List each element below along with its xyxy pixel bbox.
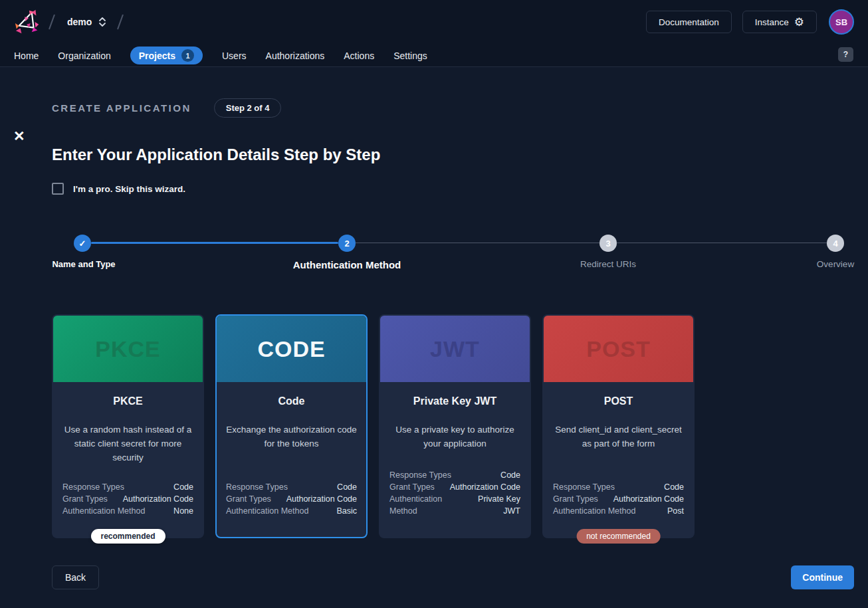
attribute-row: Response Types Code bbox=[389, 469, 520, 481]
check-icon: ✓ bbox=[79, 239, 86, 249]
card-body: Code Exchange the authorization code for… bbox=[217, 382, 366, 537]
card-title: Code bbox=[226, 395, 357, 407]
back-button[interactable]: Back bbox=[52, 565, 99, 589]
nav-item-users[interactable]: Users bbox=[222, 48, 247, 64]
attribute-value: Code bbox=[500, 469, 520, 481]
card-banner: JWT bbox=[380, 316, 530, 382]
attribute-label: Grant Types bbox=[389, 481, 435, 493]
step-label-redirect-uris: Redirect URIs bbox=[580, 259, 636, 269]
attribute-row: Authentication Method Private Key JWT bbox=[389, 493, 520, 517]
zitadel-logo-icon[interactable] bbox=[14, 8, 42, 36]
skip-wizard-label: I'm a pro. Skip this wizard. bbox=[73, 184, 185, 194]
close-icon[interactable]: ✕ bbox=[13, 129, 25, 143]
attribute-value: None bbox=[173, 505, 193, 517]
main-nav: Home Organization Projects 1 Users Autho… bbox=[0, 44, 868, 67]
auth-method-card-pkce[interactable]: PKCE PKCE Use a random hash instead of a… bbox=[52, 314, 204, 538]
step-circle-todo: 4 bbox=[827, 235, 844, 252]
card-banner: PKCE bbox=[53, 316, 203, 382]
nav-item-authorizations[interactable]: Authorizations bbox=[266, 48, 325, 64]
auth-method-cards: PKCE PKCE Use a random hash instead of a… bbox=[52, 314, 854, 538]
recommended-badge: recommended bbox=[90, 529, 165, 544]
attribute-value: Basic bbox=[336, 505, 357, 517]
card-title: PKCE bbox=[62, 395, 193, 407]
org-switcher[interactable] bbox=[94, 13, 110, 31]
attribute-row: Response Types Code bbox=[226, 481, 357, 493]
app-header: demo Documentation Instance ⚙ SB Home Or… bbox=[0, 0, 868, 67]
attribute-row: Grant Types Authorization Code bbox=[389, 481, 520, 493]
card-description: Use a private key to authorize your appl… bbox=[389, 423, 520, 451]
step-indicator-pill: Step 2 of 4 bbox=[214, 98, 282, 118]
attribute-label: Authentication Method bbox=[62, 505, 145, 517]
avatar-initials: SB bbox=[835, 17, 847, 27]
not-recommended-badge: not recommended bbox=[576, 529, 661, 544]
auth-method-card-code[interactable]: CODE Code Exchange the authorization cod… bbox=[215, 314, 368, 538]
help-button[interactable]: ? bbox=[838, 47, 853, 62]
attribute-value: Private Key JWT bbox=[465, 493, 520, 517]
breadcrumb-slash bbox=[117, 14, 124, 29]
card-attributes: Response Types Code Grant Types Authoriz… bbox=[226, 481, 357, 517]
unfold-more-icon bbox=[97, 16, 108, 28]
nav-item-organization[interactable]: Organization bbox=[58, 48, 110, 64]
skip-wizard-row: I'm a pro. Skip this wizard. bbox=[52, 183, 854, 195]
card-attributes: Response Types Code Grant Types Authoriz… bbox=[553, 481, 684, 517]
documentation-button[interactable]: Documentation bbox=[646, 11, 732, 33]
attribute-value: Authorization Code bbox=[123, 493, 193, 505]
attribute-label: Response Types bbox=[226, 481, 288, 493]
attribute-row: Response Types Code bbox=[62, 481, 193, 493]
breadcrumb-slash bbox=[49, 14, 55, 29]
avatar[interactable]: SB bbox=[829, 9, 854, 35]
attribute-label: Grant Types bbox=[62, 493, 108, 505]
org-name: demo bbox=[67, 17, 92, 27]
stepper-line-2 bbox=[356, 243, 599, 243]
step-label-authentication-method: Authentication Method bbox=[293, 259, 401, 270]
step-label-overview: Overview bbox=[817, 259, 854, 269]
card-description: Exchange the authorization code for the … bbox=[226, 423, 357, 451]
attribute-value: Authorization Code bbox=[450, 481, 520, 493]
step-circle-todo: 3 bbox=[599, 235, 617, 252]
topbar: demo Documentation Instance ⚙ SB bbox=[0, 0, 868, 44]
attribute-label: Authentication Method bbox=[226, 505, 308, 517]
wizard-title: CREATE APPLICATION bbox=[52, 102, 191, 114]
attribute-row: Authentication Method Post bbox=[553, 505, 684, 517]
auth-method-card-jwt[interactable]: JWT Private Key JWT Use a private key to… bbox=[379, 314, 531, 538]
nav-item-actions[interactable]: Actions bbox=[344, 48, 374, 64]
continue-button[interactable]: Continue bbox=[791, 565, 854, 589]
attribute-label: Response Types bbox=[389, 469, 451, 481]
attribute-value: Authorization Code bbox=[613, 493, 684, 505]
attribute-label: Authentication Method bbox=[389, 493, 465, 517]
nav-item-projects[interactable]: Projects 1 bbox=[130, 47, 203, 64]
attribute-row: Grant Types Authorization Code bbox=[62, 493, 193, 505]
card-title: POST bbox=[553, 395, 684, 407]
attribute-value: Authorization Code bbox=[286, 493, 357, 505]
gear-icon: ⚙ bbox=[794, 17, 804, 28]
card-description: Send client_id and client_secret as part… bbox=[553, 423, 684, 451]
step-label-name-and-type: Name and Type bbox=[52, 259, 115, 269]
stepper-line-3 bbox=[617, 243, 827, 243]
instance-label: Instance bbox=[755, 17, 789, 27]
stepper-line-1 bbox=[91, 242, 338, 244]
attribute-label: Authentication Method bbox=[553, 505, 635, 517]
projects-count-badge: 1 bbox=[181, 49, 194, 62]
wizard-stepper: ✓ 2 3 4 Name and Type Authentication Met… bbox=[52, 235, 854, 282]
attribute-label: Response Types bbox=[553, 481, 615, 493]
step-circle-done: ✓ bbox=[74, 235, 91, 252]
skip-wizard-checkbox[interactable] bbox=[52, 183, 64, 195]
nav-item-projects-label: Projects bbox=[139, 51, 175, 61]
nav-item-settings[interactable]: Settings bbox=[393, 48, 427, 64]
instance-button[interactable]: Instance ⚙ bbox=[742, 11, 817, 33]
attribute-label: Grant Types bbox=[226, 493, 271, 505]
attribute-label: Grant Types bbox=[553, 493, 598, 505]
step-circle-active: 2 bbox=[338, 235, 356, 252]
card-body: PKCE Use a random hash instead of a stat… bbox=[53, 382, 203, 537]
page-title: Enter Your Application Details Step by S… bbox=[52, 146, 854, 164]
nav-item-home[interactable]: Home bbox=[14, 48, 39, 64]
card-banner: POST bbox=[544, 316, 693, 382]
wizard-footer: Back Continue bbox=[52, 565, 854, 589]
attribute-value: Post bbox=[667, 505, 684, 517]
auth-method-card-post[interactable]: POST POST Send client_id and client_secr… bbox=[542, 314, 695, 538]
card-description: Use a random hash instead of a static cl… bbox=[62, 423, 193, 465]
attribute-value: Code bbox=[173, 481, 193, 493]
card-attributes: Response Types Code Grant Types Authoriz… bbox=[62, 481, 193, 517]
card-attributes: Response Types Code Grant Types Authoriz… bbox=[389, 469, 520, 517]
attribute-row: Response Types Code bbox=[553, 481, 684, 493]
